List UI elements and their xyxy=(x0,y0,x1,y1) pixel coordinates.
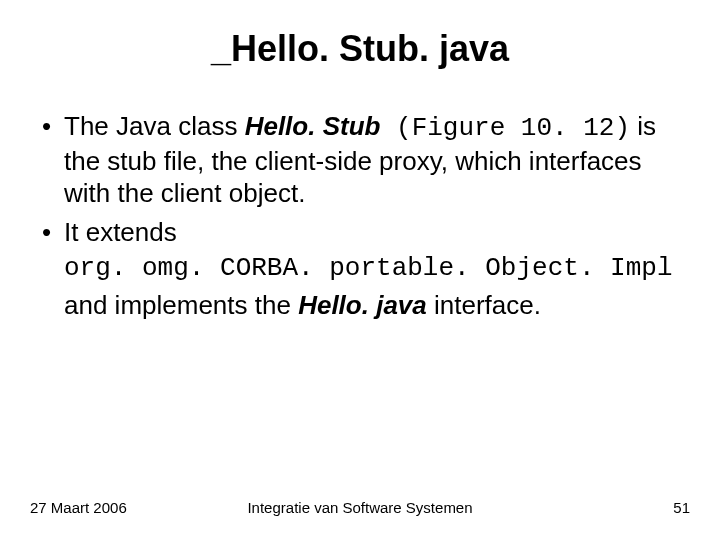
b2-iface: Hello. java xyxy=(298,290,427,320)
footer-center: Integratie van Software Systemen xyxy=(30,499,690,516)
b1-class-name: Hello. Stub xyxy=(245,111,381,141)
bullet-2: It extends org. omg. CORBA. portable. Ob… xyxy=(42,216,690,322)
b2-pre: It extends xyxy=(64,217,177,247)
b1-pre: The Java class xyxy=(64,111,245,141)
b2-post: interface. xyxy=(427,290,541,320)
slide-title: _Hello. Stub. java xyxy=(30,28,690,70)
b1-figure: (Figure 10. 12) xyxy=(380,113,630,143)
b2-code: org. omg. CORBA. portable. Object. Impl xyxy=(64,252,690,285)
bullet-list: The Java class Hello. Stub (Figure 10. 1… xyxy=(30,110,690,321)
b2-tail: and implements the Hello. java interface… xyxy=(64,289,690,322)
footer: 27 Maart 2006 Integratie van Software Sy… xyxy=(30,499,690,516)
b2-mid: and implements the xyxy=(64,290,298,320)
bullet-1: The Java class Hello. Stub (Figure 10. 1… xyxy=(42,110,690,210)
slide: _Hello. Stub. java The Java class Hello.… xyxy=(0,0,720,540)
